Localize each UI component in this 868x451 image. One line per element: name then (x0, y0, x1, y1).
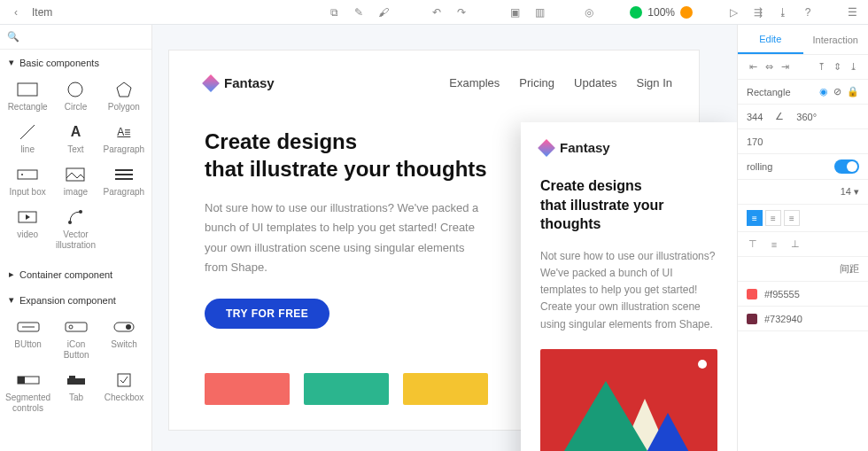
image-icon (63, 166, 88, 183)
text-align-row: ≡ ≡ ≡ (738, 205, 868, 232)
pen-tool-icon[interactable]: ✎ (350, 4, 368, 21)
valign-mid-icon[interactable]: ≡ (768, 238, 780, 251)
swatch-3[interactable] (403, 373, 488, 405)
svg-rect-21 (18, 377, 25, 384)
align-right-icon[interactable]: ⇥ (779, 61, 791, 74)
undo-icon[interactable]: ↶ (428, 4, 446, 21)
comp-image[interactable]: image (51, 160, 99, 203)
valign-top-icon[interactable]: ⊤ (747, 238, 759, 251)
add-artboard-icon[interactable]: ⧉ (325, 4, 343, 21)
nav-examples[interactable]: Examples (449, 76, 500, 89)
section-expansion-header[interactable]: ▾Expansion component (0, 287, 151, 313)
help-icon[interactable]: ? (799, 4, 817, 21)
group-icon[interactable]: ▣ (506, 4, 523, 21)
hero-title[interactable]: Create designsthat illustrate your thoug… (205, 128, 488, 183)
comp-checkbox[interactable]: Checkbox (100, 366, 148, 419)
brand-logo[interactable]: Fantasy (205, 75, 275, 90)
color-row-2[interactable]: #732940 (738, 307, 868, 331)
y-value[interactable]: 170 (747, 136, 763, 147)
rotation-value[interactable]: 360° (796, 112, 817, 122)
section-basic-header[interactable]: ▾Basic components (0, 50, 151, 75)
comp-segmented[interactable]: Segmented controls (4, 366, 52, 419)
num-value[interactable]: 14 (841, 186, 851, 197)
share-icon[interactable]: ⇶ (749, 4, 767, 21)
selection-row: Rectangle ◉ ⊘ 🔒 (738, 80, 868, 105)
menu-icon[interactable]: ☰ (843, 4, 861, 21)
nav-updates[interactable]: Updates (574, 76, 616, 89)
scroll-toggle[interactable] (834, 159, 859, 174)
ungroup-icon[interactable]: ▥ (531, 4, 548, 21)
svg-marker-11 (26, 214, 30, 220)
polygon-icon (112, 81, 136, 98)
target-icon[interactable]: ◎ (580, 4, 598, 21)
svg-rect-0 (18, 83, 37, 96)
comp-button[interactable]: BUtton (4, 313, 52, 366)
comp-video[interactable]: video (4, 203, 51, 256)
lock-icon[interactable]: 🔒 (847, 86, 859, 97)
svg-point-19 (126, 324, 131, 330)
cta-button[interactable]: TRY FOR FREE (205, 299, 329, 329)
color-swatch-icon (747, 314, 757, 324)
zoom-value: 100% (647, 6, 675, 19)
text-align-left[interactable]: ≡ (747, 210, 763, 226)
scroll-row: rolling (738, 154, 868, 180)
color-row-1[interactable]: #f95555 (738, 282, 868, 307)
mobile-preview[interactable]: Fantasy Create designsthat illustrate yo… (521, 122, 737, 451)
comp-paragraph2[interactable]: Paragraph (100, 160, 148, 203)
play-icon[interactable]: ▷ (725, 4, 742, 21)
comp-switch[interactable]: Switch (100, 313, 148, 366)
comp-polygon[interactable]: Polygon (100, 75, 148, 118)
align-top-icon[interactable]: ⤒ (815, 61, 827, 74)
align-middle-icon[interactable]: ⇕ (831, 61, 843, 74)
nav-signin[interactable]: Sign In (637, 76, 672, 89)
logo-mark-icon (202, 74, 220, 92)
input-icon (15, 166, 40, 183)
align-left-icon[interactable]: ⇤ (747, 61, 759, 74)
comp-line[interactable]: line (4, 118, 51, 160)
vertical-align-row: ⊤ ≡ ⊥ (738, 232, 868, 257)
brush-icon[interactable]: 🖌 (375, 4, 392, 21)
comp-rectangle[interactable]: Rectangle (4, 75, 51, 118)
swatch-2[interactable] (304, 373, 389, 405)
comp-circle[interactable]: Circle (51, 75, 99, 118)
svg-rect-24 (118, 374, 130, 386)
align-center-icon[interactable]: ⇔ (763, 61, 775, 74)
comp-vector[interactable]: Vector illustration (51, 203, 99, 256)
section-container-header[interactable]: ▸Container component (0, 261, 151, 287)
search-icon: 🔍 (7, 31, 19, 43)
redo-icon[interactable]: ↷ (453, 4, 470, 21)
canvas[interactable]: Fantasy Examples Pricing Updates Sign In… (152, 25, 737, 451)
x-value[interactable]: 344 (747, 112, 763, 122)
comp-paragraph[interactable]: A≡Paragraph (100, 118, 148, 160)
tab-icon (64, 371, 89, 389)
zoom-add-icon[interactable] (680, 6, 693, 19)
button-icon (16, 318, 41, 336)
search-input[interactable]: 🔍 (0, 25, 151, 50)
nav-pricing[interactable]: Pricing (519, 76, 554, 89)
visibility-icon[interactable]: ◉ (819, 86, 828, 97)
checkbox-icon (112, 371, 136, 389)
swatch-1[interactable] (205, 373, 290, 405)
hero-body[interactable]: Not sure how to use our illustrations? W… (205, 198, 488, 276)
align-bottom-icon[interactable]: ⤓ (847, 61, 859, 74)
zoom-control[interactable]: 100% (630, 6, 693, 19)
comp-icon-button[interactable]: iCon Button (52, 313, 100, 366)
download-icon[interactable]: ⭳ (774, 4, 792, 21)
tab-edit[interactable]: Edite (738, 25, 803, 54)
comp-text[interactable]: AText (51, 118, 99, 160)
svg-marker-2 (117, 82, 131, 97)
breadcrumb-item[interactable]: Item (32, 6, 52, 19)
text-align-center[interactable]: ≡ (765, 210, 781, 226)
alignment-row: ⇤ ⇔ ⇥ ⤒ ⇕ ⤓ (738, 55, 868, 80)
comp-tab[interactable]: Tab (52, 366, 100, 419)
valign-bot-icon[interactable]: ⊥ (789, 238, 802, 251)
back-icon[interactable]: ‹ (7, 4, 25, 21)
svg-rect-23 (69, 376, 75, 379)
svg-point-1 (68, 82, 82, 97)
angle-icon: ∠ (775, 111, 784, 122)
video-icon (15, 208, 40, 226)
text-align-right[interactable]: ≡ (784, 210, 800, 226)
tab-interaction[interactable]: Interaction (803, 25, 869, 54)
comp-input[interactable]: Input box (4, 160, 51, 203)
no-icon[interactable]: ⊘ (833, 86, 841, 97)
